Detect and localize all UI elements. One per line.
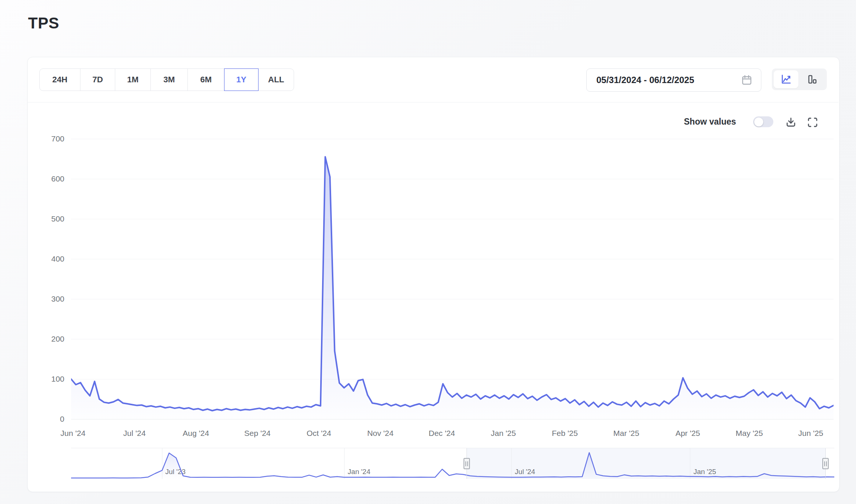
line-chart-type-button[interactable] [774, 70, 798, 88]
x-tick-label: Dec '24 [429, 429, 455, 438]
gridline-0 [71, 419, 834, 419]
series-line [71, 157, 834, 410]
date-range-picker[interactable]: 05/31/2024 - 06/12/2025 [586, 68, 761, 92]
page-title: TPS [28, 14, 59, 32]
x-tick-label: Aug '24 [183, 429, 209, 438]
download-icon [785, 116, 797, 128]
y-tick-label: 400 [23, 254, 64, 263]
date-range-value: 05/31/2024 - 06/12/2025 [596, 75, 694, 85]
x-tick-label: May '25 [736, 429, 763, 438]
x-tick-label: Nov '24 [367, 429, 394, 438]
navigator-line [71, 453, 834, 478]
x-tick-label: Apr '25 [675, 429, 700, 438]
x-tick-label: Mar '25 [613, 429, 639, 438]
show-values-toggle[interactable] [753, 116, 773, 127]
chart-type-toggle [772, 68, 827, 90]
y-tick-label: 500 [23, 214, 64, 223]
range-button-6m[interactable]: 6M [187, 68, 224, 91]
range-button-7d[interactable]: 7D [80, 68, 115, 91]
calendar-icon [741, 74, 753, 86]
navigator-mini-chart[interactable] [71, 448, 834, 479]
range-button-24h[interactable]: 24H [39, 68, 80, 91]
x-tick-label: Feb '25 [552, 429, 578, 438]
range-button-3m[interactable]: 3M [150, 68, 188, 91]
x-tick-label: Jun '25 [798, 429, 823, 438]
toolbar-divider [28, 102, 838, 103]
bar-chart-icon [807, 74, 818, 85]
download-button[interactable] [785, 116, 797, 129]
show-values-label: Show values [684, 117, 736, 127]
y-tick-label: 0 [23, 415, 64, 424]
bar-chart-type-button[interactable] [798, 68, 826, 90]
range-button-all[interactable]: ALL [258, 68, 294, 91]
range-button-1m[interactable]: 1M [115, 68, 151, 91]
x-tick-label: Jul '24 [123, 429, 146, 438]
x-tick-label: Oct '24 [306, 429, 331, 438]
tps-area-chart[interactable] [71, 131, 834, 419]
x-tick-label: Sep '24 [244, 429, 271, 438]
line-chart-icon [780, 74, 792, 85]
y-tick-label: 300 [23, 294, 64, 303]
y-tick-label: 700 [23, 134, 64, 143]
y-tick-label: 600 [23, 174, 64, 183]
fullscreen-icon [807, 116, 819, 128]
y-tick-label: 100 [23, 375, 64, 384]
navigator-left-handle[interactable] [464, 458, 470, 469]
x-tick-label: Jan '25 [491, 429, 516, 438]
x-tick-label: Jun '24 [60, 429, 85, 438]
series-area-fill [71, 157, 834, 419]
time-range-selector: 24H 7D 1M 3M 6M 1Y ALL [39, 68, 294, 91]
fullscreen-button[interactable] [806, 116, 819, 129]
range-button-1y[interactable]: 1Y [224, 68, 259, 91]
navigator-right-handle[interactable] [822, 458, 829, 469]
y-tick-label: 200 [23, 335, 64, 343]
toggle-knob [754, 117, 763, 126]
